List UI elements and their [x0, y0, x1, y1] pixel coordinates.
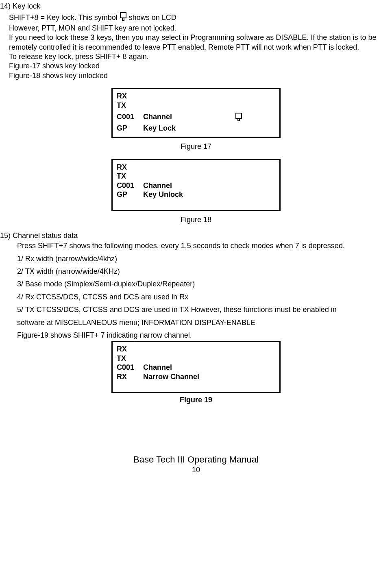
svg-rect-1 — [122, 18, 124, 20]
svg-rect-0 — [120, 13, 126, 18]
section-14-line1b: shows on LCD — [129, 13, 176, 22]
lcd17-tx: TX — [117, 101, 275, 110]
lcd18-tx: TX — [117, 172, 275, 181]
svg-rect-3 — [238, 118, 240, 121]
page-number: 10 — [0, 465, 392, 475]
figure-17-caption: Figure 17 — [0, 142, 392, 151]
section-15-heading: 15) Channel status data — [0, 231, 392, 240]
lcd18-rx: RX — [117, 163, 275, 172]
section-14-line6: Figure-18 shows key unlocked — [9, 71, 392, 81]
section-15-item6: software at MISCELLANEOUS menu; INFORMAT… — [17, 318, 392, 327]
lcd19-rx: RX — [117, 345, 275, 354]
lcd-figure-17: RX TX C001 Channel GP Key Lock — [111, 88, 281, 138]
lcd18-row1a: C001 — [117, 181, 143, 190]
section-14-line3: If you need to lock these 3 keys, then y… — [9, 33, 392, 52]
lcd17-row1a: C001 — [117, 112, 143, 124]
lcd17-rx: RX — [117, 92, 275, 101]
footer-title: Base Tech III Operating Manual — [0, 454, 392, 466]
lock-icon — [119, 12, 127, 23]
lcd-figure-19: RX TX C001 Channel RX Narrow Channel — [111, 341, 281, 393]
lcd19-row1a: C001 — [117, 363, 143, 372]
section-14-line1: SHIFT+8 = Key lock. This symbol shows on… — [9, 12, 392, 23]
section-14-line4: To release key lock, press SHIFT+ 8 agai… — [9, 52, 392, 61]
figure-19-caption: Figure 19 — [0, 395, 392, 405]
section-14-heading: 14) Key lock — [0, 2, 392, 11]
figure-18-caption: Figure 18 — [0, 215, 392, 225]
section-15-item1: 1/ Rx width (narrow/wide/4khz) — [17, 254, 392, 264]
section-14-line5: Figure-17 shows key locked — [9, 61, 392, 71]
section-15-item5: 5/ TX CTCSS/DCS, CTCSS and DCS are used … — [17, 305, 392, 314]
section-14-line2: However, PTT, MON and SHIFT key are not … — [9, 24, 392, 33]
lcd19-row2b: Narrow Channel — [143, 372, 199, 382]
lcd18-row1b: Channel — [143, 181, 172, 190]
lock-icon — [235, 112, 243, 124]
section-15-item2: 2/ TX width (narrow/wide/4KHz) — [17, 267, 392, 276]
lcd18-row2a: GP — [117, 190, 143, 199]
lcd-figure-18: RX TX C001 Channel GP Key Unlock — [111, 159, 281, 211]
section-14-line1a: SHIFT+8 = Key lock. This symbol — [9, 13, 118, 22]
lcd18-row2b: Key Unlock — [143, 190, 183, 199]
lcd19-row2a: RX — [117, 372, 143, 382]
lcd17-row2a: GP — [117, 124, 143, 133]
section-15-intro: Press SHIFT+7 shows the following modes,… — [17, 241, 392, 251]
lcd17-row2b: Key Lock — [143, 124, 176, 133]
section-15-item4: 4/ Rx CTCSS/DCS, CTCSS and DCS are used … — [17, 292, 392, 302]
svg-rect-2 — [236, 113, 242, 118]
lcd19-row1b: Channel — [143, 363, 172, 372]
section-15-item3: 3/ Base mode (Simplex/Semi-duplex/Duplex… — [17, 279, 392, 289]
section-15-item7: Figure-19 shows SHIFT+ 7 indicating narr… — [17, 331, 392, 340]
lcd17-row1b: Channel — [143, 112, 235, 124]
lcd19-tx: TX — [117, 354, 275, 363]
